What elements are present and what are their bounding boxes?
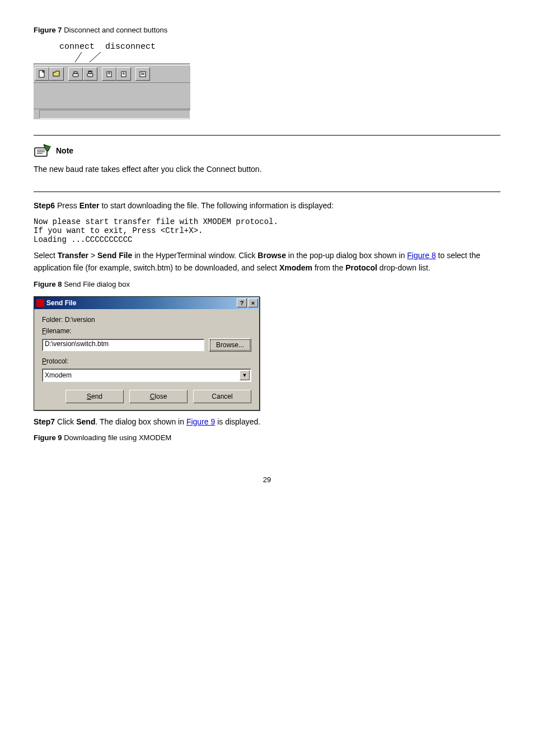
figure8-caption-num: Figure 8 <box>34 280 62 288</box>
help-button[interactable]: ? <box>237 298 247 307</box>
filename-input[interactable]: D:\version\switch.btm <box>42 339 204 351</box>
dialog-title: Send File <box>46 299 236 307</box>
figure9-caption-text: Downloading file using XMODEM <box>62 433 172 442</box>
send-file-dialog: Send File ? × Folder: D:\version Filenam… <box>34 296 260 410</box>
svg-line-1 <box>90 52 101 62</box>
figure7-caption: Figure 7 Disconnect and connect buttons <box>34 26 500 34</box>
divider <box>34 192 500 192</box>
protocol-label: Protocol: <box>42 357 251 365</box>
figure8-caption: Figure 8 Send File dialog box <box>34 280 500 288</box>
divider <box>34 135 500 136</box>
terminal-output-line1: Now please start transfer file with XMOD… <box>34 217 500 226</box>
cancel-button[interactable]: Cancel <box>193 390 251 403</box>
step6-text: Step6 Press Enter to start downloading t… <box>34 200 500 212</box>
open-icon[interactable] <box>49 67 64 81</box>
dialog-title-icon <box>36 299 44 307</box>
disconnect-label: disconnect <box>105 42 156 52</box>
figure9-caption-num: Figure 9 <box>34 433 62 442</box>
figure9-caption: Figure 9 Downloading file using XMODEM <box>34 433 500 442</box>
svg-line-0 <box>75 52 82 62</box>
filename-label: Filename: <box>42 327 251 335</box>
send-button[interactable]: Send <box>65 390 124 403</box>
close-button[interactable]: × <box>248 298 258 307</box>
note-heading: Note <box>56 146 73 155</box>
svg-point-9 <box>90 71 91 72</box>
figure9-link[interactable]: Figure 9 <box>186 417 215 426</box>
close-dialog-button[interactable]: Close <box>129 390 188 403</box>
connect-label: connect <box>59 42 95 52</box>
disconnect-icon[interactable] <box>83 67 97 81</box>
svg-point-17 <box>141 72 142 73</box>
note-body: The new baud rate takes effect after you… <box>34 164 500 176</box>
toolbar <box>34 66 190 83</box>
figure7-image: connect disconnect <box>34 42 190 119</box>
terminal-output-line3: Loading ...CCCCCCCCCC <box>34 235 500 244</box>
folder-line: Folder: D:\version <box>42 316 251 324</box>
step7-text: Step7 Click Send. The dialog box shown i… <box>34 416 500 428</box>
svg-marker-3 <box>53 71 59 76</box>
svg-rect-6 <box>87 73 93 77</box>
note-block: Note <box>34 143 500 158</box>
figure7-caption-num: Figure 7 <box>34 26 62 34</box>
chevron-down-icon[interactable]: ▼ <box>240 370 250 380</box>
page-number: 29 <box>34 475 500 484</box>
figure8-caption-text: Send File dialog box <box>62 280 130 288</box>
figure7-caption-text: Disconnect and connect buttons <box>62 26 168 34</box>
sendfile-instructions: Select Transfer > Send File in the Hyper… <box>34 250 500 274</box>
figure8-link[interactable]: Figure 8 <box>407 251 435 260</box>
svg-rect-4 <box>73 73 78 77</box>
svg-rect-5 <box>74 72 77 73</box>
protocol-select[interactable]: Xmodem ▼ <box>42 368 251 382</box>
note-icon <box>34 143 53 158</box>
send-icon[interactable] <box>102 67 116 81</box>
dialog-titlebar: Send File ? × <box>34 297 259 309</box>
figure7-pointer-labels: connect disconnect <box>34 42 190 63</box>
step6-label: Step6 <box>34 201 55 210</box>
new-icon[interactable] <box>35 67 49 81</box>
terminal-output-line2: If you want to exit, Press <Ctrl+X>. <box>34 226 500 235</box>
receive-icon[interactable] <box>116 67 131 81</box>
connect-icon[interactable] <box>68 67 83 81</box>
properties-icon[interactable] <box>135 67 150 81</box>
svg-rect-7 <box>88 72 92 73</box>
step7-label: Step7 <box>34 417 55 426</box>
browse-button[interactable]: Browse... <box>209 338 251 352</box>
